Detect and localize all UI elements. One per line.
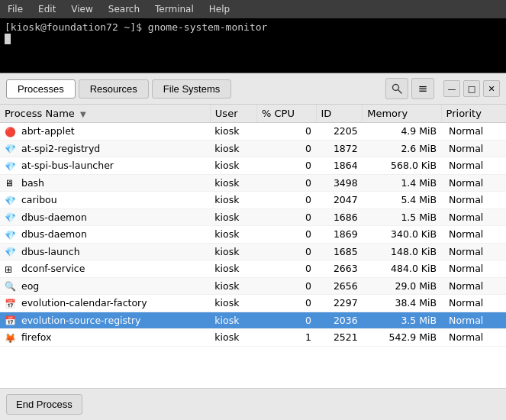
close-button[interactable]: ✕ — [483, 80, 500, 97]
cell-user: kiosk — [210, 312, 256, 329]
cell-process-name: 📅 evolution-source-registry — [0, 312, 210, 329]
process-icon: 💎 — [5, 161, 15, 172]
menu-terminal[interactable]: Terminal — [152, 2, 197, 16]
search-button[interactable] — [385, 78, 408, 99]
table-row[interactable]: 💎 dbus-launch kiosk 0 1685 148.0 KiB Nor… — [0, 243, 506, 260]
minimize-button[interactable]: — — [443, 80, 460, 97]
table-row[interactable]: 🔴 abrt-applet kiosk 0 2205 4.9 MiB Norma… — [0, 123, 506, 141]
process-name-label: eog — [21, 280, 39, 292]
menu-button[interactable]: ≡ — [411, 78, 434, 99]
menu-file[interactable]: File — [5, 2, 26, 16]
cell-user: kiosk — [210, 243, 256, 260]
cell-user: kiosk — [210, 329, 256, 347]
cell-user: kiosk — [210, 226, 256, 244]
cell-id: 1872 — [316, 140, 363, 157]
cell-priority: Normal — [441, 295, 506, 312]
cell-process-name: 🖥 bash — [0, 174, 210, 192]
bottom-bar: End Process — [0, 388, 506, 420]
cell-cpu: 0 — [257, 226, 317, 244]
end-process-button[interactable]: End Process — [6, 394, 82, 415]
cell-cpu: 0 — [257, 208, 317, 226]
process-icon: 🔍 — [5, 281, 15, 292]
process-icon: 🔴 — [5, 127, 15, 137]
cell-priority: Normal — [441, 312, 506, 329]
cell-process-name: 💎 dbus-daemon — [0, 226, 210, 244]
cell-id: 2297 — [316, 295, 363, 312]
process-name-label: firefox — [21, 331, 52, 343]
cell-cpu: 0 — [257, 260, 317, 278]
col-priority[interactable]: Priority — [441, 105, 506, 123]
table-row[interactable]: 💎 at-spi-bus-launcher kiosk 0 1864 568.0… — [0, 157, 506, 175]
cell-memory: 2.6 MiB — [363, 140, 441, 157]
terminal-cursor — [5, 34, 11, 44]
cell-cpu: 0 — [257, 174, 317, 192]
table-row[interactable]: 💎 at-spi2-registryd kiosk 0 1872 2.6 MiB… — [0, 140, 506, 157]
process-icon: 🦊 — [5, 333, 15, 344]
col-user[interactable]: User — [210, 105, 256, 123]
cell-priority: Normal — [441, 157, 506, 175]
cell-memory: 38.4 MiB — [363, 295, 441, 312]
cell-cpu: 0 — [257, 312, 317, 329]
tab-resources[interactable]: Resources — [79, 79, 149, 99]
table-row[interactable]: ⊞ dconf-service kiosk 0 2663 484.0 KiB N… — [0, 260, 506, 278]
table-row[interactable]: 💎 dbus-daemon kiosk 0 1686 1.5 MiB Norma… — [0, 208, 506, 226]
cell-user: kiosk — [210, 140, 256, 157]
cell-memory: 4.9 MiB — [363, 123, 441, 141]
maximize-button[interactable]: □ — [463, 80, 480, 97]
cell-user: kiosk — [210, 295, 256, 312]
cell-cpu: 0 — [257, 123, 317, 141]
cell-process-name: 💎 caribou — [0, 192, 210, 209]
process-icon: 💎 — [5, 230, 15, 241]
cell-memory: 5.4 MiB — [363, 192, 441, 209]
table-row[interactable]: 📅 evolution-calendar-factory kiosk 0 229… — [0, 295, 506, 312]
cell-process-name: 🔍 eog — [0, 277, 210, 295]
cell-memory: 29.0 MiB — [363, 277, 441, 295]
process-name-label: evolution-source-registry — [21, 315, 141, 326]
process-icon: 💎 — [5, 212, 15, 223]
process-table-container[interactable]: Process Name ▼ User % CPU ID Memory Prio… — [0, 105, 506, 388]
terminal-cursor-line — [5, 33, 501, 44]
process-table: Process Name ▼ User % CPU ID Memory Prio… — [0, 105, 506, 347]
cell-memory: 1.4 MiB — [363, 174, 441, 192]
process-icon: 🖥 — [5, 178, 15, 189]
cell-memory: 148.0 KiB — [363, 243, 441, 260]
terminal-area: [kiosk@foundation72 ~]$ gnome-system-mon… — [0, 18, 506, 73]
cell-process-name: 💎 dbus-daemon — [0, 208, 210, 226]
process-name-label: dconf-service — [21, 263, 85, 274]
monitor-window: Processes Resources File Systems ≡ — □ ✕… — [0, 73, 506, 420]
table-row[interactable]: 🖥 bash kiosk 0 3498 1.4 MiB Normal — [0, 174, 506, 192]
table-row[interactable]: 💎 caribou kiosk 0 2047 5.4 MiB Normal — [0, 192, 506, 209]
sort-arrow-icon: ▼ — [80, 110, 86, 118]
cell-cpu: 1 — [257, 329, 317, 347]
tab-processes[interactable]: Processes — [6, 79, 76, 99]
col-process-name[interactable]: Process Name ▼ — [0, 105, 210, 123]
col-memory[interactable]: Memory — [363, 105, 441, 123]
menu-search[interactable]: Search — [105, 2, 143, 16]
col-id[interactable]: ID — [316, 105, 363, 123]
process-icon: 💎 — [5, 195, 15, 206]
table-row[interactable]: 🔍 eog kiosk 0 2656 29.0 MiB Normal — [0, 277, 506, 295]
cell-id: 1685 — [316, 243, 363, 260]
table-row[interactable]: 🦊 firefox kiosk 1 2521 542.9 MiB Normal — [0, 329, 506, 347]
cell-id: 1869 — [316, 226, 363, 244]
cell-memory: 1.5 MiB — [363, 208, 441, 226]
tab-filesystems[interactable]: File Systems — [152, 79, 231, 99]
table-row[interactable]: 💎 dbus-daemon kiosk 0 1869 340.0 KiB Nor… — [0, 226, 506, 244]
process-name-label: caribou — [21, 194, 57, 205]
cell-memory: 3.5 MiB — [363, 312, 441, 329]
cell-priority: Normal — [441, 277, 506, 295]
menu-edit[interactable]: Edit — [35, 2, 59, 16]
col-cpu[interactable]: % CPU — [257, 105, 317, 123]
cell-user: kiosk — [210, 174, 256, 192]
cell-cpu: 0 — [257, 277, 317, 295]
menu-help[interactable]: Help — [206, 2, 233, 16]
cell-cpu: 0 — [257, 243, 317, 260]
table-row[interactable]: 📅 evolution-source-registry kiosk 0 2036… — [0, 312, 506, 329]
cell-user: kiosk — [210, 123, 256, 141]
cell-cpu: 0 — [257, 140, 317, 157]
cell-user: kiosk — [210, 208, 256, 226]
cell-id: 2205 — [316, 123, 363, 141]
cell-priority: Normal — [441, 174, 506, 192]
cell-priority: Normal — [441, 140, 506, 157]
menu-view[interactable]: View — [68, 2, 95, 16]
